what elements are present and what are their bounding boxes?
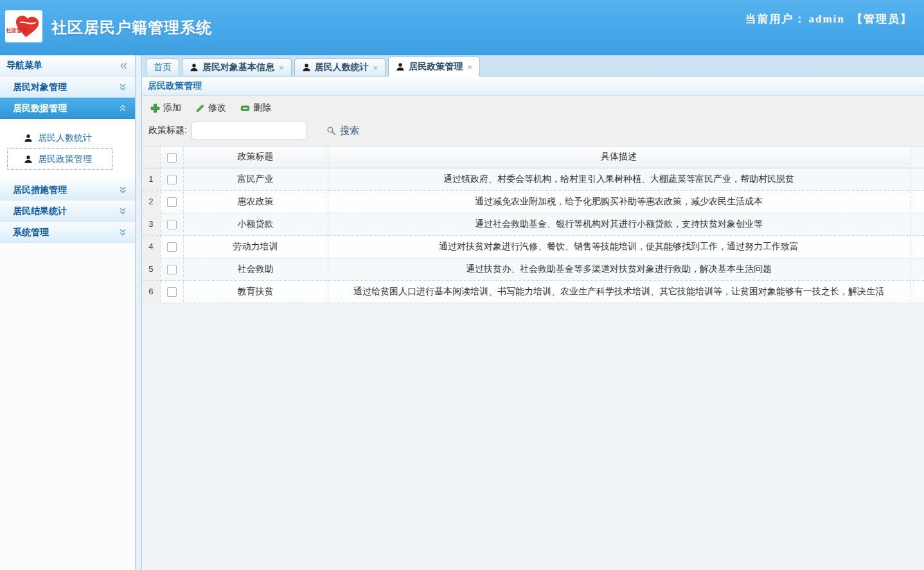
section-label: 居民措施管理 — [13, 184, 67, 196]
tab-label: 居民对象基本信息 — [202, 62, 274, 73]
row-checkbox[interactable] — [167, 197, 177, 207]
chevron-double-down-icon — [118, 228, 127, 237]
add-button[interactable]: 添加 — [148, 101, 183, 115]
search-row: 政策标题: 搜索 — [148, 121, 924, 140]
tab-label: 首页 — [154, 62, 172, 73]
edit-label: 修改 — [208, 102, 226, 114]
submenu-label: 居民人数统计 — [38, 132, 92, 144]
row-number: 6 — [142, 280, 160, 303]
sidebar-title-bar: 导航菜单 — [0, 55, 135, 76]
policy-title-cell: 社会救助 — [183, 258, 328, 280]
policy-desc-cell: 通过镇政府、村委会等机构，给村里引入果树种植、大棚蔬菜等富民产业，帮助村民脱贫 — [328, 168, 910, 190]
row-number-header — [142, 147, 160, 168]
toolbar-buttons: 添加 修改 删除 — [148, 101, 924, 115]
table-header-row: 政策标题 具体描述 — [142, 147, 924, 168]
row-checkbox[interactable] — [167, 242, 177, 252]
app-header: 社区管理 社区居民户籍管理系统 当前用户：admin 【管理员】 — [0, 0, 924, 55]
close-icon[interactable]: × — [373, 64, 378, 72]
close-icon[interactable]: × — [279, 64, 284, 72]
row-number: 4 — [142, 235, 160, 258]
chevron-double-down-icon — [118, 186, 127, 195]
select-all-checkbox[interactable] — [167, 153, 177, 163]
tab-label: 居民政策管理 — [409, 61, 463, 73]
user-name: admin — [808, 13, 844, 25]
app-logo: 社区管理 — [5, 10, 42, 42]
logo-label: 社区管理 — [6, 27, 27, 34]
user-label: 当前用户： — [745, 13, 806, 25]
table-row[interactable]: 4 劳动力培训 通过对扶贫对象进行汽修、餐饮、销售等技能培训，使其能够找到工作，… — [142, 235, 924, 258]
search-icon — [326, 126, 336, 136]
sidebar-item-population-stats[interactable]: 居民人数统计 — [7, 127, 113, 148]
row-number: 5 — [142, 258, 160, 280]
policy-desc-cell: 通过减免农业附加税，给予化肥购买补助等惠农政策，减少农民生活成本 — [328, 190, 910, 213]
policy-table: 政策标题 具体描述 1 富民产业 通过镇政府、村委会等机构，给村里引入果树种植、… — [142, 147, 924, 303]
submenu-label: 居民政策管理 — [38, 154, 92, 165]
tab-home[interactable]: 首页 — [146, 58, 179, 76]
policy-title-input[interactable] — [191, 121, 307, 140]
tab-policy-management[interactable]: 居民政策管理 × — [388, 57, 480, 76]
search-field-label: 政策标题: — [148, 125, 187, 136]
column-header-desc: 具体描述 — [328, 147, 910, 168]
panel-title: 居民政策管理 — [142, 76, 924, 96]
sidebar-section-resident-measures[interactable]: 居民措施管理 — [0, 179, 135, 200]
chevron-double-up-icon — [118, 104, 127, 113]
collapse-sidebar-icon[interactable] — [119, 61, 129, 71]
tab-strip: 首页 居民对象基本信息 × 居民人数统计 × 居民政策管理 × — [142, 55, 924, 76]
policy-title-cell: 劳动力培训 — [183, 235, 328, 258]
search-button[interactable]: 搜索 — [326, 125, 359, 137]
chevron-double-down-icon — [118, 207, 127, 216]
section-label: 系统管理 — [13, 227, 49, 238]
table-row[interactable]: 2 惠农政策 通过减免农业附加税，给予化肥购买补助等惠农政策，减少农民生活成本 — [142, 190, 924, 213]
pencil-icon — [195, 103, 205, 113]
policy-title-cell: 小额贷款 — [183, 213, 328, 235]
user-icon — [302, 63, 311, 72]
table-row[interactable]: 1 富民产业 通过镇政府、村委会等机构，给村里引入果树种植、大棚蔬菜等富民产业，… — [142, 168, 924, 190]
tab-label: 居民人数统计 — [315, 62, 369, 73]
user-role-badge: 【管理员】 — [851, 13, 912, 25]
row-select-cell — [160, 235, 183, 258]
sidebar: 导航菜单 居民对象管理 居民数据管理 居民人数统计 居民政策管理 — [0, 55, 136, 570]
policy-desc-cell: 通过社会救助基金、银行等机构对其进行小额贷款，支持扶贫对象创业等 — [328, 213, 910, 235]
main-panel: 首页 居民对象基本信息 × 居民人数统计 × 居民政策管理 × 居民政策管理 — [141, 55, 924, 570]
tab-resident-basic-info[interactable]: 居民对象基本信息 × — [182, 58, 292, 76]
datagrid-toolbar: 添加 修改 删除 政策标题: 搜索 — [142, 96, 924, 147]
sidebar-section-system-management[interactable]: 系统管理 — [0, 222, 135, 243]
policy-title-cell: 惠农政策 — [183, 190, 328, 213]
row-checkbox[interactable] — [167, 265, 177, 274]
policy-desc-cell: 通过对扶贫对象进行汽修、餐饮、销售等技能培训，使其能够找到工作，通过努力工作致富 — [328, 235, 910, 258]
row-number: 1 — [142, 168, 160, 190]
sidebar-item-policy-management[interactable]: 居民政策管理 — [7, 148, 113, 170]
table-row[interactable]: 3 小额贷款 通过社会救助基金、银行等机构对其进行小额贷款，支持扶贫对象创业等 — [142, 213, 924, 235]
row-select-cell — [160, 213, 183, 235]
search-button-label: 搜索 — [340, 125, 359, 137]
edit-button[interactable]: 修改 — [193, 101, 228, 115]
sidebar-section-resident-objects[interactable]: 居民对象管理 — [0, 76, 135, 98]
table-row[interactable]: 6 教育扶贫 通过给贫困人口进行基本阅读培训、书写能力培训、农业生产科学技术培训… — [142, 280, 924, 303]
close-icon[interactable]: × — [467, 63, 472, 71]
sidebar-section-resident-results[interactable]: 居民结果统计 — [0, 200, 135, 222]
heart-icon — [11, 10, 43, 41]
user-icon — [396, 62, 405, 71]
minus-icon — [240, 103, 250, 113]
delete-button[interactable]: 删除 — [238, 101, 273, 115]
row-checkbox[interactable] — [167, 287, 177, 297]
sidebar-section-resident-data[interactable]: 居民数据管理 — [0, 98, 135, 119]
delete-label: 删除 — [253, 102, 271, 114]
empty-grid-area — [142, 303, 924, 570]
current-user-info: 当前用户：admin 【管理员】 — [745, 12, 915, 26]
row-checkbox[interactable] — [167, 220, 177, 229]
row-checkbox[interactable] — [167, 175, 177, 184]
tab-population-stats[interactable]: 居民人数统计 × — [294, 58, 386, 76]
policy-title-cell: 教育扶贫 — [183, 280, 328, 303]
policy-title-cell: 富民产业 — [183, 168, 328, 190]
section-label: 居民数据管理 — [13, 103, 67, 114]
add-label: 添加 — [163, 102, 181, 114]
sidebar-title: 导航菜单 — [6, 60, 42, 71]
section-label: 居民对象管理 — [13, 82, 67, 93]
row-select-cell — [160, 168, 183, 190]
chevron-double-down-icon — [118, 83, 127, 92]
main-layout: 导航菜单 居民对象管理 居民数据管理 居民人数统计 居民政策管理 — [0, 55, 924, 570]
table-row[interactable]: 5 社会救助 通过扶贫办、社会救助基金等多渠道对扶贫对象进行救助，解决基本生活问… — [142, 258, 924, 280]
plus-icon — [150, 103, 160, 113]
policy-desc-cell: 通过扶贫办、社会救助基金等多渠道对扶贫对象进行救助，解决基本生活问题 — [328, 258, 910, 280]
